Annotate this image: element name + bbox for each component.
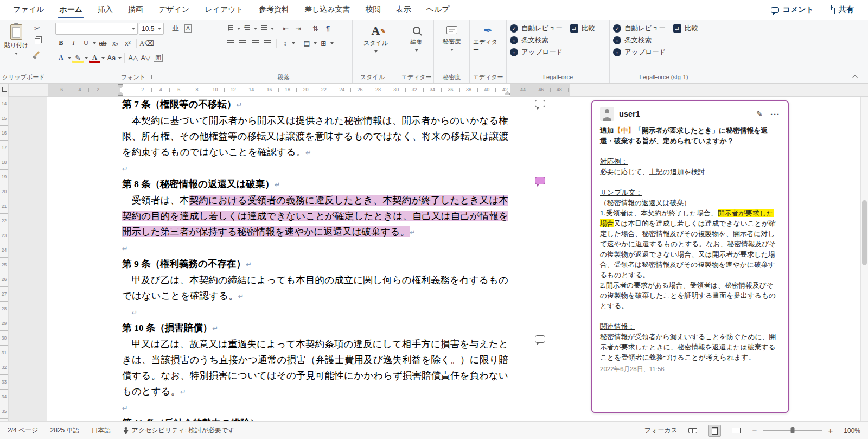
article-9-body[interactable]: 甲及び乙は、本契約の締結によっても本目的の成立に関し何らの権利義務を有するもので…	[122, 272, 508, 304]
font-color-button[interactable]: A	[89, 52, 100, 63]
document-text[interactable]: 第 7 条（権限等の不移転）↵ 本契約に基づいて開示者から開示又は提供された秘密…	[122, 97, 508, 421]
comment-bubble-icon[interactable]	[535, 335, 545, 343]
focus-mode-button[interactable]: フォーカス	[644, 426, 678, 435]
menu-tab[interactable]: ファイル	[5, 0, 52, 20]
empty-paragraph[interactable]: ↵	[122, 304, 508, 320]
article-7-heading[interactable]: 第 7 条（権限等の不移転）↵	[122, 97, 508, 113]
page-indicator[interactable]: 2/4 ページ	[8, 426, 39, 435]
menu-tab[interactable]: 校閲	[358, 0, 388, 20]
numbering-button[interactable]: 1	[241, 23, 253, 34]
lf-upload-button[interactable]: アップロード	[510, 48, 563, 57]
font-dialog-launcher-icon[interactable]	[148, 75, 152, 79]
menu-tab[interactable]: 差し込み文書	[297, 0, 358, 20]
clipboard-dialog-launcher-icon[interactable]	[48, 75, 49, 79]
change-case-arrow-icon[interactable]	[118, 57, 122, 61]
font-name-input[interactable]	[58, 25, 123, 33]
clear-formatting-button[interactable]: A⌫	[139, 37, 154, 49]
bullets-button[interactable]	[225, 23, 236, 34]
sensitivity-button[interactable]: 秘密度	[437, 22, 466, 71]
scrollbar-thumb[interactable]	[862, 200, 867, 265]
lf-auto-review-button[interactable]: 自動レビュー	[510, 24, 563, 33]
lf-clause-search-button[interactable]: 条文検索	[510, 36, 548, 45]
read-mode-button[interactable]	[686, 425, 699, 437]
menu-tab[interactable]: 参考資料	[251, 0, 297, 20]
increase-indent-button[interactable]: ⇥	[292, 23, 304, 34]
align-center-button[interactable]	[237, 37, 248, 49]
italic-button[interactable]: I	[68, 37, 79, 49]
lf-compare-button[interactable]: 比較	[570, 24, 595, 33]
hanging-indent-marker[interactable]	[118, 92, 123, 96]
align-right-button[interactable]	[250, 37, 261, 49]
multilevel-list-button[interactable]	[258, 23, 270, 34]
phonetic-guide-button[interactable]: 亜	[170, 23, 181, 34]
menu-tab[interactable]: デザイン	[151, 0, 197, 20]
bold-button[interactable]: B	[55, 37, 67, 49]
vertical-scrollbar[interactable]	[860, 97, 868, 421]
shrink-font-button[interactable]: A▽	[140, 52, 151, 63]
highlight-color-button[interactable]: ✎	[72, 52, 84, 63]
numbering-arrow-icon[interactable]	[254, 28, 257, 31]
paragraph-dialog-launcher-icon[interactable]	[292, 75, 296, 79]
font-size-combobox[interactable]: 10.5	[139, 23, 164, 35]
article-10-body[interactable]: 甲又は乙は、故意又は重過失によって本契約条項の違反にして相手方に損害を与えたとき…	[122, 336, 508, 400]
share-button[interactable]: 共有	[828, 5, 854, 15]
zoom-out-button[interactable]: −	[751, 426, 758, 435]
menu-tab[interactable]: レイアウト	[197, 0, 251, 20]
empty-paragraph[interactable]: ↵	[122, 400, 508, 416]
font-name-combobox[interactable]	[55, 23, 138, 35]
superscript-button[interactable]: x²	[122, 37, 133, 49]
format-painter-button[interactable]	[31, 48, 43, 59]
article-8-body[interactable]: 受領者は、本契約における受領者の義務に違反したとき、本契約が終了したとき又は本契…	[122, 193, 508, 240]
enclose-characters-button[interactable]: 囲	[152, 52, 164, 63]
menu-tab[interactable]: 表示	[388, 0, 419, 20]
line-spacing-button[interactable]: ↕	[279, 37, 291, 49]
lf-stg-clause-search-button[interactable]: 条文検索	[613, 36, 652, 45]
line-spacing-arrow-icon[interactable]	[292, 42, 295, 46]
collapse-ribbon-button[interactable]	[851, 72, 860, 81]
shading-arrow-icon[interactable]	[314, 42, 317, 46]
zoom-in-button[interactable]: +	[827, 426, 834, 435]
text-effects-button[interactable]: A	[55, 52, 67, 63]
active-comment-bubble-icon[interactable]	[535, 177, 545, 184]
menu-tab[interactable]: 描画	[120, 0, 151, 20]
menu-tab[interactable]: ホーム	[52, 0, 90, 20]
article-9-heading[interactable]: 第 9 条（権利義務の不存在）↵	[122, 256, 508, 272]
decrease-indent-button[interactable]: ⇤	[280, 23, 291, 34]
character-border-button[interactable]: A	[182, 23, 194, 34]
article-8-heading[interactable]: 第 8 条（秘密情報の返還又は破棄）↵	[122, 176, 508, 193]
justify-button[interactable]	[262, 37, 273, 49]
empty-paragraph[interactable]: ↵	[122, 161, 508, 176]
highlight-arrow-icon[interactable]	[85, 57, 88, 61]
styles-button[interactable]: A スタイル	[356, 22, 395, 71]
change-case-button[interactable]: Aa	[106, 52, 117, 63]
article-7-body[interactable]: 本契約に基づいて開示者から開示又は提供された秘密情報は、開示者からのいかなる権限…	[122, 113, 508, 161]
zoom-percentage[interactable]: 100%	[839, 427, 860, 435]
edit-comment-icon[interactable]: ✎	[756, 110, 763, 118]
paste-button[interactable]: 貼り付け	[3, 22, 29, 71]
menu-tab[interactable]: 挿入	[90, 0, 120, 20]
lf-stg-auto-review-button[interactable]: 自動レビュー	[613, 24, 666, 33]
align-left-button[interactable]	[225, 37, 236, 49]
horizontal-ruler[interactable]: 642 246810121416182022242628303234363840…	[0, 84, 868, 97]
zoom-slider-thumb[interactable]	[791, 427, 795, 433]
menu-tab[interactable]: ヘルプ	[419, 0, 457, 20]
web-layout-button[interactable]	[730, 425, 743, 437]
comment-card[interactable]: user1 ✎ ··· 追加【中】「開示者が要求したとき」に秘密情報を返還・破棄…	[591, 100, 789, 413]
borders-arrow-icon[interactable]	[330, 42, 334, 46]
bullets-arrow-icon[interactable]	[237, 28, 240, 31]
print-layout-button[interactable]	[708, 425, 721, 437]
grow-font-button[interactable]: A△	[127, 52, 139, 63]
comment-bubble-icon[interactable]	[535, 100, 545, 107]
language-indicator[interactable]: 日本語	[92, 426, 111, 435]
text-effects-arrow-icon[interactable]	[68, 57, 71, 61]
underline-button[interactable]: U	[80, 37, 92, 49]
subscript-button[interactable]: x₂	[110, 37, 121, 49]
cut-button[interactable]	[31, 23, 43, 34]
strikethrough-button[interactable]: ab	[97, 37, 108, 49]
shading-button[interactable]: ▤	[301, 37, 312, 49]
first-line-indent-marker[interactable]	[118, 84, 123, 88]
lf-stg-compare-button[interactable]: 比較	[673, 24, 698, 33]
lf-stg-upload-button[interactable]: アップロード	[613, 48, 666, 57]
article-10-heading[interactable]: 第 10 条（損害賠償）↵	[122, 320, 508, 336]
vertical-ruler[interactable]: 1415161718192021222324252627282930313233…	[0, 97, 9, 421]
